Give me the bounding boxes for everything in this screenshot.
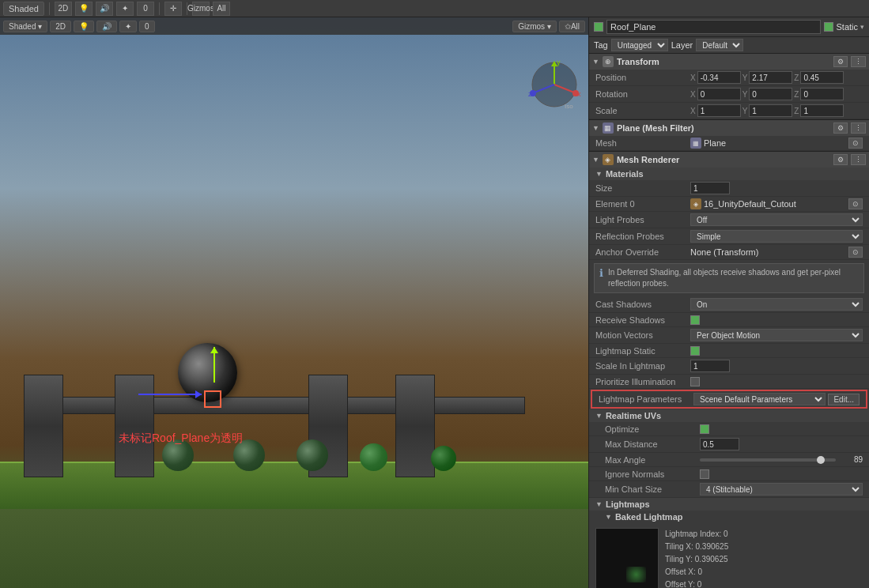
effect-btn[interactable]: ✦ bbox=[119, 21, 137, 32]
2d-mode-btn[interactable]: 2D bbox=[55, 2, 72, 16]
scale-lightmap-row: Scale In Lightmap bbox=[589, 358, 869, 375]
lightmap-params-label: Lightmap Parameters bbox=[599, 394, 693, 404]
all-vp-btn[interactable]: ✩All bbox=[559, 21, 585, 32]
transform-settings-btn[interactable]: ⚙ bbox=[833, 56, 848, 67]
reflection-probes-label: Reflection Probes bbox=[595, 232, 690, 241]
motion-vectors-value: Per Object Motion bbox=[690, 329, 863, 341]
mesh-renderer-icon: ◈ bbox=[603, 154, 614, 165]
shading-dropdown[interactable]: Shaded ▾ bbox=[3, 21, 47, 32]
counter-btn[interactable]: 0 bbox=[139, 21, 155, 32]
static-arrow[interactable]: ▾ bbox=[860, 23, 864, 31]
optimize-row: Optimize bbox=[589, 422, 869, 436]
info-box: ℹ In Deferred Shading, all objects recei… bbox=[594, 263, 864, 293]
tag-dropdown[interactable]: Untagged bbox=[611, 39, 668, 51]
material-icon: ◈ bbox=[690, 198, 701, 209]
mesh-filter-component: ▼ ▦ Plane (Mesh Filter) ⚙ ⋮ Mesh ▦ Plane… bbox=[589, 120, 869, 152]
audio-icon-btn[interactable]: 🔊 bbox=[96, 21, 117, 32]
max-angle-slider[interactable] bbox=[700, 458, 836, 462]
viewport[interactable]: Shaded ▾ 2D 💡 🔊 ✦ 0 Gizmos ▾ ✩All bbox=[0, 17, 588, 588]
rot-z-input[interactable] bbox=[800, 88, 844, 100]
mesh-filter-title: Plane (Mesh Filter) bbox=[617, 123, 830, 133]
lightmap-static-checkbox[interactable] bbox=[690, 346, 700, 356]
mesh-filter-fold-arrow: ▼ bbox=[592, 124, 599, 132]
stats-btn[interactable]: 0 bbox=[137, 2, 154, 16]
max-distance-input[interactable] bbox=[700, 438, 739, 450]
all-btn[interactable]: All bbox=[213, 2, 230, 16]
transform-header[interactable]: ▼ ⊕ Transform ⚙ ⋮ bbox=[589, 54, 869, 70]
gizmos-btn[interactable]: Gizmos bbox=[192, 2, 210, 16]
pos-z-input[interactable] bbox=[800, 71, 844, 84]
mesh-filter-context-btn[interactable]: ⋮ bbox=[851, 122, 866, 134]
audio-btn[interactable]: 🔊 bbox=[96, 2, 113, 16]
layer-dropdown[interactable]: Default bbox=[696, 39, 743, 51]
mesh-filter-settings-btn[interactable]: ⚙ bbox=[833, 122, 848, 134]
lm-index: Lightmap Index: 0 bbox=[665, 528, 728, 541]
anchor-override-row: Anchor Override None (Transform) ⊙ bbox=[589, 245, 869, 260]
object-name-input[interactable] bbox=[606, 20, 821, 34]
min-chart-size-label: Min Chart Size bbox=[605, 484, 700, 494]
static-checkbox[interactable] bbox=[824, 22, 833, 32]
scale-y-input[interactable] bbox=[749, 104, 792, 117]
object-active-checkbox[interactable] bbox=[594, 22, 603, 32]
mesh-renderer-settings-btn[interactable]: ⚙ bbox=[833, 154, 848, 165]
gizmos-vp-btn[interactable]: Gizmos ▾ bbox=[512, 21, 557, 32]
lm-tiling-y: Tiling Y: 0.390625 bbox=[665, 553, 728, 566]
scale-z-input[interactable] bbox=[800, 104, 844, 117]
motion-vectors-row: Motion Vectors Per Object Motion bbox=[589, 327, 869, 344]
element0-select-btn[interactable]: ⊙ bbox=[848, 198, 863, 209]
scene-content: 未标记Roof_Plane为透明 y x z Iso bbox=[0, 35, 588, 588]
rot-x-input[interactable] bbox=[697, 88, 741, 100]
motion-vectors-dropdown[interactable]: Per Object Motion bbox=[690, 329, 863, 341]
optimize-checkbox[interactable] bbox=[700, 424, 709, 434]
lightmap-params-row: Lightmap Parameters Scene Default Parame… bbox=[591, 390, 867, 409]
prioritize-value bbox=[690, 377, 863, 386]
optimize-label: Optimize bbox=[605, 424, 700, 434]
receive-shadows-checkbox[interactable] bbox=[690, 315, 700, 325]
shading-mode-dropdown[interactable]: Shaded bbox=[3, 2, 44, 16]
2d-btn[interactable]: 2D bbox=[50, 21, 71, 32]
lightmap-params-dropdown[interactable]: Scene Default Parameters bbox=[693, 393, 826, 405]
lightmap-params-edit-btn[interactable]: Edit... bbox=[828, 394, 860, 405]
viewport-toolbar: Shaded ▾ 2D 💡 🔊 ✦ 0 Gizmos ▾ ✩All bbox=[0, 17, 588, 35]
size-input[interactable] bbox=[690, 182, 730, 194]
cast-shadows-dropdown[interactable]: On bbox=[690, 298, 863, 311]
reflection-probes-dropdown[interactable]: Simple bbox=[690, 230, 863, 243]
scale-lightmap-input[interactable] bbox=[690, 360, 730, 372]
scale-x-input[interactable] bbox=[697, 104, 741, 117]
light-icon-btn[interactable]: 💡 bbox=[74, 21, 94, 32]
receive-shadows-label: Receive Shadows bbox=[595, 315, 690, 325]
baked-lightmap-section: ▼ Baked Lightmap bbox=[589, 511, 869, 523]
transform-title: Transform bbox=[617, 57, 830, 66]
light-probes-dropdown[interactable]: Off bbox=[690, 213, 863, 226]
max-angle-value: 89 bbox=[839, 455, 863, 464]
scale-row: Scale X Y Z bbox=[589, 103, 869, 119]
mesh-select-btn[interactable]: ⊙ bbox=[848, 138, 863, 149]
mesh-renderer-header[interactable]: ▼ ◈ Mesh Renderer ⚙ ⋮ bbox=[589, 152, 869, 168]
mesh-filter-header[interactable]: ▼ ▦ Plane (Mesh Filter) ⚙ ⋮ bbox=[589, 120, 869, 136]
anchor-select-btn[interactable]: ⊙ bbox=[848, 247, 863, 258]
light-btn[interactable]: 💡 bbox=[75, 2, 93, 16]
ground-sphere-3 bbox=[297, 439, 328, 471]
rotation-label: Rotation bbox=[595, 89, 690, 99]
ignore-normals-checkbox[interactable] bbox=[700, 469, 709, 479]
prioritize-checkbox[interactable] bbox=[690, 377, 700, 386]
position-label: Position bbox=[595, 73, 690, 82]
fx-btn[interactable]: ✦ bbox=[116, 2, 134, 16]
cast-shadows-row: Cast Shadows On bbox=[589, 296, 869, 313]
separator-1 bbox=[49, 2, 50, 15]
main-area: Shaded ▾ 2D 💡 🔊 ✦ 0 Gizmos ▾ ✩All bbox=[0, 17, 869, 588]
receive-shadows-value bbox=[690, 315, 863, 325]
mesh-label: Mesh bbox=[595, 138, 690, 148]
transform-context-btn[interactable]: ⋮ bbox=[851, 56, 866, 67]
inspector-panel: Static ▾ Tag Untagged Layer Default ▼ ⊕ … bbox=[588, 17, 869, 588]
rot-y-input[interactable] bbox=[749, 88, 792, 100]
info-text: In Deferred Shading, all objects receive… bbox=[608, 267, 859, 289]
move-btn[interactable]: ✛ bbox=[164, 2, 182, 16]
mesh-renderer-context-btn[interactable]: ⋮ bbox=[851, 154, 866, 165]
mesh-renderer-component: ▼ ◈ Mesh Renderer ⚙ ⋮ ▼ Materials Size E… bbox=[589, 152, 869, 588]
pos-x-input[interactable] bbox=[697, 71, 741, 84]
max-angle-slider-thumb bbox=[817, 456, 825, 464]
lightmap-info: Lightmap Index: 0 Tiling X: 0.390625 Til… bbox=[665, 528, 728, 588]
min-chart-size-dropdown[interactable]: 4 (Stitchable) bbox=[700, 483, 863, 496]
pos-y-input[interactable] bbox=[749, 71, 792, 84]
